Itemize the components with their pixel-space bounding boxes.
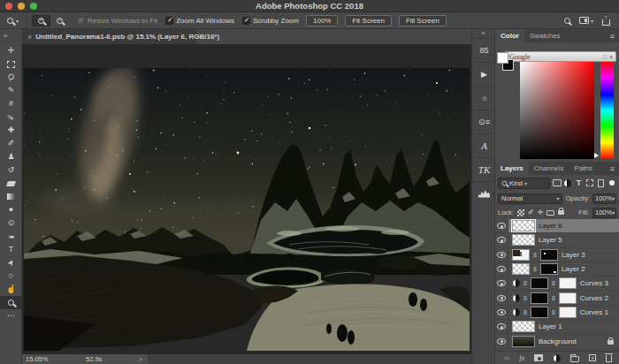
- visibility-toggle[interactable]: [495, 277, 508, 291]
- clone-stamp-tool[interactable]: ♟: [0, 150, 22, 163]
- tab-layers[interactable]: Layers: [495, 162, 529, 175]
- tab-swatches[interactable]: Swatches: [524, 29, 566, 42]
- info-panel-icon[interactable]: ⊙≡: [472, 110, 496, 133]
- zoom-all-windows-checkbox[interactable]: Zoom All Windows: [165, 17, 234, 25]
- layer-name[interactable]: Layer 3: [562, 251, 585, 259]
- eyedropper-tool[interactable]: ✐: [0, 110, 22, 124]
- type-tool[interactable]: T: [0, 243, 22, 256]
- fill-value[interactable]: 100%▾: [592, 208, 616, 218]
- lasso-tool[interactable]: Ϙ: [0, 71, 22, 84]
- layer-row-layer1[interactable]: Layer 1: [495, 320, 619, 334]
- eraser-tool[interactable]: [0, 177, 22, 190]
- layer-mask-thumbnail[interactable]: [540, 249, 558, 261]
- layer-name[interactable]: Layer 2: [562, 265, 585, 273]
- new-adjustment-layer-icon[interactable]: [553, 354, 561, 362]
- adjustments-panel-icon[interactable]: ☼: [472, 86, 496, 110]
- zoom-level-field[interactable]: 15.05%: [26, 355, 48, 363]
- character-panel-icon[interactable]: A: [472, 133, 496, 157]
- new-group-icon[interactable]: [570, 356, 579, 362]
- visibility-toggle[interactable]: [495, 320, 508, 334]
- filter-toggle-icon[interactable]: [608, 180, 616, 186]
- canvas-area[interactable]: 15.05% 52.9s >: [22, 44, 471, 364]
- layer-row-curves1[interactable]: 88Curves 1: [495, 306, 619, 320]
- panel-menu-icon[interactable]: ≡: [610, 29, 619, 42]
- layer-row-background[interactable]: Background: [495, 334, 619, 348]
- shape-filter-icon[interactable]: [585, 179, 594, 186]
- hue-slider[interactable]: [600, 62, 614, 159]
- visibility-toggle[interactable]: [495, 334, 508, 348]
- tab-color[interactable]: Color: [495, 29, 524, 42]
- panel-menu-icon[interactable]: ≡: [610, 162, 619, 175]
- lock-position-icon[interactable]: ✛: [538, 209, 544, 216]
- layer-thumbnail[interactable]: [512, 263, 530, 275]
- move-tool[interactable]: ✛: [0, 44, 22, 57]
- visibility-toggle[interactable]: [495, 262, 508, 277]
- tab-paths[interactable]: Paths: [569, 162, 598, 175]
- resize-windows-checkbox[interactable]: Resize Windows to Fit: [77, 17, 157, 25]
- google-minimize-icon[interactable]: □: [603, 54, 607, 60]
- layer-name[interactable]: Curves 1: [580, 308, 608, 316]
- zoom-tool[interactable]: [0, 296, 22, 309]
- type-filter-icon[interactable]: T: [574, 178, 583, 187]
- zoom-out-button[interactable]: −: [50, 15, 69, 27]
- saturation-brightness-field[interactable]: [520, 62, 594, 159]
- layer-name[interactable]: Background: [539, 337, 577, 345]
- canvas-photo[interactable]: [24, 68, 470, 351]
- zoom-100-button[interactable]: 100%: [306, 15, 338, 27]
- rectangular-marquee-tool[interactable]: [0, 57, 22, 71]
- gradient-tool[interactable]: [0, 190, 22, 203]
- layer-name[interactable]: Layer 5: [539, 236, 562, 244]
- adjustment-filter-icon[interactable]: [563, 179, 572, 187]
- layer-thumbnail[interactable]: [512, 336, 535, 347]
- fill-screen-button[interactable]: Fill Screen: [399, 15, 447, 27]
- layer-row-layer6[interactable]: Layer 6: [495, 219, 619, 233]
- status-chevron-icon[interactable]: >: [139, 356, 142, 362]
- zoom-tool-preset[interactable]: ▾: [7, 18, 19, 24]
- scrubby-zoom-checkbox[interactable]: Scrubby Zoom: [242, 17, 299, 25]
- hand-tool[interactable]: ☝: [0, 283, 22, 296]
- layer-thumbnail[interactable]: [512, 321, 535, 332]
- quick-selection-tool[interactable]: ✎: [0, 84, 22, 97]
- layer-name[interactable]: Layer 1: [539, 322, 562, 330]
- layer-row-curves3[interactable]: 88Curves 3: [495, 277, 619, 291]
- new-layer-icon[interactable]: [589, 354, 596, 361]
- filter-kind-dropdown[interactable]: Kind▾: [498, 178, 550, 189]
- lock-all-icon[interactable]: [558, 210, 564, 215]
- layer-thumbnail[interactable]: [512, 249, 530, 261]
- toolbar-expand-chevron[interactable]: »: [0, 29, 22, 44]
- vector-mask-thumbnail[interactable]: [559, 277, 577, 289]
- layer-row-curves2[interactable]: 88Curves 2: [495, 291, 619, 305]
- delete-layer-icon[interactable]: [606, 355, 612, 362]
- history-brush-tool[interactable]: ↺: [0, 163, 22, 177]
- visibility-toggle[interactable]: [495, 248, 508, 262]
- google-floating-window[interactable]: Google □ ×: [504, 51, 616, 62]
- curves-adjustment-icon[interactable]: [512, 294, 520, 302]
- edit-toolbar-tool[interactable]: ⋯: [0, 309, 22, 322]
- layer-row-layer5[interactable]: Layer 5: [495, 233, 619, 247]
- vector-mask-thumbnail[interactable]: [559, 292, 577, 304]
- dock-collapse-chevron[interactable]: «: [472, 29, 494, 38]
- curves-adjustment-icon[interactable]: [512, 308, 520, 316]
- layer-mask-thumbnail[interactable]: [540, 263, 558, 275]
- histogram-panel-icon[interactable]: [472, 181, 496, 205]
- google-close-icon[interactable]: ×: [609, 54, 613, 60]
- lock-transparency-icon[interactable]: [517, 209, 524, 216]
- visibility-toggle[interactable]: [495, 306, 508, 320]
- layer-thumbnail[interactable]: [512, 234, 535, 246]
- layer-mask-thumbnail[interactable]: [531, 292, 548, 304]
- zoom-in-button[interactable]: +: [32, 15, 50, 27]
- fit-screen-button[interactable]: Fit Screen: [345, 15, 391, 27]
- document-tab[interactable]: × Untitled_Panorama1-6.psb @ 15.1% (Laye…: [22, 29, 197, 44]
- layer-name[interactable]: Layer 6: [539, 222, 562, 230]
- tab-channels[interactable]: Channels: [529, 162, 569, 175]
- lock-pixels-icon[interactable]: ✐: [528, 209, 534, 216]
- dodge-tool[interactable]: ⊙: [0, 216, 22, 230]
- curves-adjustment-icon[interactable]: [512, 279, 520, 287]
- add-mask-icon[interactable]: [534, 354, 543, 361]
- pixel-filter-icon[interactable]: [552, 179, 561, 186]
- link-layers-icon[interactable]: ∞: [504, 353, 509, 362]
- vector-mask-thumbnail[interactable]: [559, 307, 577, 318]
- actions-panel-icon[interactable]: ▶: [472, 62, 496, 86]
- brush-settings-panel-icon[interactable]: 85: [472, 38, 496, 62]
- path-selection-tool[interactable]: ➤: [0, 256, 22, 269]
